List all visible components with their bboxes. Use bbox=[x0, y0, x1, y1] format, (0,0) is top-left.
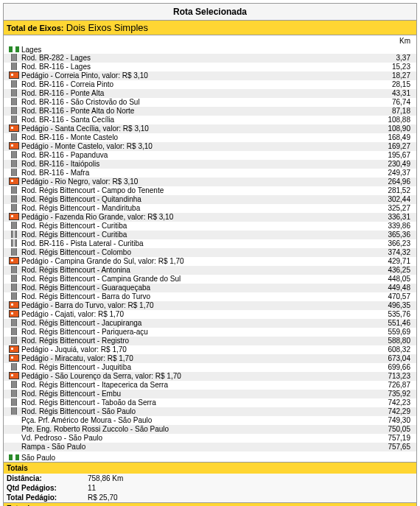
route-segment-km: 374,32 bbox=[369, 248, 413, 257]
route-segment-label: Rod. Régis Bittencourt - Curitiba bbox=[21, 222, 369, 231]
route-segment-km: 608,32 bbox=[369, 345, 413, 354]
route-row: Rod. Régis Bittencourt - Antonina436,25 bbox=[4, 266, 416, 275]
destination-row: São Paulo bbox=[4, 453, 416, 462]
km-header: Km bbox=[369, 37, 413, 45]
route-row: Rod. Régis Bittencourt - Juquitiba699,66 bbox=[4, 363, 416, 372]
route-segment-km: 249,37 bbox=[369, 169, 413, 178]
route-segment-km: 15,23 bbox=[369, 63, 413, 71]
route-row: Rod. BR-282 - Lages3,37 bbox=[4, 54, 416, 63]
road-icon bbox=[11, 284, 17, 291]
route-segment-km: 750,05 bbox=[369, 425, 413, 434]
route-row: Vd. Pedroso - São Paulo757,19 bbox=[4, 434, 416, 443]
route-segment-label: Rod. Régis Bittencourt - Colombo bbox=[21, 248, 369, 257]
route-segment-km: 325,27 bbox=[369, 204, 413, 213]
toll-icon bbox=[9, 178, 19, 185]
route-row: Rod. Régis Bittencourt - Campina Grande … bbox=[4, 275, 416, 284]
route-segment-label: Rod. Régis Bittencourt - Pariquera-açu bbox=[21, 328, 369, 337]
route-row: Rod. BR-116 - Ponte Alta43,31 bbox=[4, 89, 416, 98]
route-segment-km: 588,80 bbox=[369, 337, 413, 345]
route-row: Rod. Régis Bittencourt - Embu735,92 bbox=[4, 390, 416, 398]
route-row: Rod. Régis Bittencourt - Itapecerica da … bbox=[4, 381, 416, 390]
toll-icon bbox=[9, 124, 19, 132]
route-segment-label: Rod. Régis Bittencourt - Barra do Turvo bbox=[21, 292, 369, 301]
route-segment-km: 365,36 bbox=[369, 231, 413, 239]
road-icon bbox=[11, 328, 17, 335]
route-row: Rod. Régis Bittencourt - Barra do Turvo4… bbox=[4, 292, 416, 301]
route-segment-label: Pedágio - Rio Negro, valor: R$ 3,10 bbox=[21, 178, 369, 186]
route-row: Pedágio - Barra do Turvo, valor: R$ 1,70… bbox=[4, 301, 416, 310]
route-row: Rod. BR-116 - Itaiópolis230,49 bbox=[4, 160, 416, 169]
toll-icon bbox=[9, 372, 19, 379]
route-segment-label: Rod. BR-116 - Itaiópolis bbox=[21, 160, 369, 169]
toll-icon bbox=[9, 71, 19, 79]
panel-title: Rota Selecionada bbox=[4, 4, 416, 21]
route-segment-km: 108,88 bbox=[369, 116, 413, 124]
route-segment-km: 742,29 bbox=[369, 407, 413, 416]
route-segment-label: Rod. BR-116 - Monte Castelo bbox=[21, 133, 369, 142]
route-row: Rod. Régis Bittencourt - Curitiba365,36 bbox=[4, 231, 416, 239]
roads-title: Estradas bbox=[4, 502, 416, 506]
route-segment-label: Vd. Pedroso - São Paulo bbox=[21, 434, 369, 443]
route-segment-km: 735,92 bbox=[369, 390, 413, 398]
route-segment-km: 230,49 bbox=[369, 160, 413, 169]
route-row: Pedágio - Fazenda Rio Grande, valor: R$ … bbox=[4, 213, 416, 222]
road-icon bbox=[11, 89, 17, 96]
origin-label: Lages bbox=[21, 46, 369, 54]
route-segment-label: Rod. Régis Bittencourt - Quitandinha bbox=[21, 195, 369, 204]
route-row: Rampa - São Paulo757,65 bbox=[4, 443, 416, 451]
route-row: Rod. Régis Bittencourt - Quitandinha302,… bbox=[4, 195, 416, 204]
route-segment-label: Rod. BR-116 - Santa Cecília bbox=[21, 116, 369, 124]
route-row: Rod. BR-116 - Lages15,23 bbox=[4, 63, 416, 71]
tollcount-value: 11 bbox=[88, 484, 96, 492]
road-icon bbox=[11, 407, 17, 415]
route-row: Pedágio - Juquiá, valor: R$ 1,70608,32 bbox=[4, 345, 416, 354]
route-segment-label: Pedágio - Juquiá, valor: R$ 1,70 bbox=[21, 345, 369, 354]
route-segment-km: 108,90 bbox=[369, 124, 413, 133]
road-icon bbox=[11, 381, 17, 388]
route-row: Rod. BR-116 - Monte Castelo168,49 bbox=[4, 133, 416, 142]
route-segment-km: 470,57 bbox=[369, 292, 413, 301]
route-row: Rod. BR-116 - Mafra249,37 bbox=[4, 169, 416, 178]
route-segment-label: Rod. BR-116 - Ponte Alta do Norte bbox=[21, 107, 369, 116]
route-segment-km: 757,65 bbox=[369, 443, 413, 451]
totals-tolltotal-row: Total Pedágio: R$ 25,70 bbox=[4, 493, 416, 502]
route-segment-km: 448,05 bbox=[369, 275, 413, 284]
route-row: Rod. BR-116 - Pista Lateral - Curitiba36… bbox=[4, 239, 416, 248]
toll-icon bbox=[9, 257, 19, 264]
route-row: Rod. Régis Bittencourt - Colombo374,32 bbox=[4, 248, 416, 257]
road-icon bbox=[11, 133, 17, 141]
route-row: Rod. BR-116 - São Cristovão do Sul76,74 bbox=[4, 98, 416, 107]
route-segment-label: Rod. Régis Bittencourt - Itapecerica da … bbox=[21, 381, 369, 390]
route-segment-km: 496,35 bbox=[369, 301, 413, 310]
destination-label: São Paulo bbox=[21, 454, 369, 462]
route-row: Pedágio - Cajati, valor: R$ 1,70535,76 bbox=[4, 310, 416, 319]
route-row: Rod. BR-116 - Papanduva195,67 bbox=[4, 151, 416, 160]
route-segment-km: 713,23 bbox=[369, 372, 413, 381]
route-row: Rod. Régis Bittencourt - Taboão da Serra… bbox=[4, 398, 416, 407]
route-row: Rod. BR-116 - Ponte Alta do Norte87,18 bbox=[4, 107, 416, 116]
distance-label: Distância: bbox=[7, 474, 88, 482]
route-segment-label: Pedágio - São Lourenço da Serra, valor: … bbox=[21, 372, 369, 381]
route-row: Pedágio - Santa Cecília, valor: R$ 3,101… bbox=[4, 124, 416, 133]
route-row: Rod. Régis Bittencourt - Jacupiranga551,… bbox=[4, 319, 416, 328]
road-icon bbox=[11, 363, 17, 370]
route-header: Km bbox=[4, 35, 416, 45]
toll-icon bbox=[9, 345, 19, 353]
route-segment-km: 429,71 bbox=[369, 257, 413, 266]
route-segment-km: 699,66 bbox=[369, 363, 413, 372]
end-flag-icon bbox=[9, 454, 19, 460]
road-icon bbox=[11, 160, 17, 167]
road-icon bbox=[11, 107, 17, 114]
toll-icon bbox=[9, 213, 19, 220]
route-segment-km: 87,18 bbox=[369, 107, 413, 116]
route-segment-km: 551,46 bbox=[369, 319, 413, 328]
route-segment-km: 757,19 bbox=[369, 434, 413, 443]
toll-icon bbox=[9, 354, 19, 362]
toll-icon bbox=[9, 142, 19, 150]
route-row: Rod. Régis Bittencourt - Curitiba339,86 bbox=[4, 222, 416, 231]
route-panel: Rota Selecionada Total de Eixos: Dois Ei… bbox=[3, 3, 417, 506]
highway-icon bbox=[11, 239, 17, 247]
route-segment-label: Pedágio - Campina Grande do Sul, valor: … bbox=[21, 257, 369, 266]
tolltotal-label: Total Pedágio: bbox=[7, 493, 88, 502]
route-segment-label: Rod. Régis Bittencourt - Guaraqueçaba bbox=[21, 284, 369, 292]
